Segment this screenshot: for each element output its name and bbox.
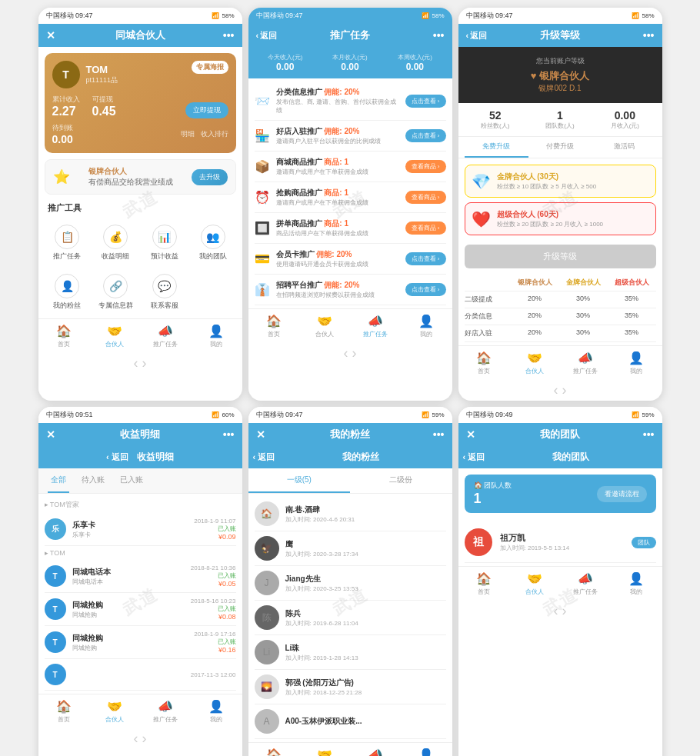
nav-partner-2[interactable]: 🤝 合伙人: [299, 314, 350, 338]
nav-home-1[interactable]: 🏠 首页: [38, 324, 89, 348]
more-icon-1[interactable]: •••: [223, 29, 235, 42]
nav-home-6[interactable]: 🏠 首页: [458, 571, 509, 596]
task-btn-recruit[interactable]: 点击查看 ›: [405, 283, 446, 296]
nav-home-5[interactable]: 🏠 首页: [248, 748, 299, 756]
nav-promo-5[interactable]: 📣 推广任务: [350, 748, 401, 756]
record-avatar-4: T: [45, 631, 66, 653]
fans-item-3: J Jiang先生 加入时间: 2020-3-25 13:53: [255, 566, 446, 601]
fans-avatar-6: 🌄: [255, 674, 279, 699]
more-icon-4[interactable]: •••: [223, 428, 235, 441]
diamond-icon: ❤️: [472, 210, 491, 228]
upgrade-button[interactable]: 去升级: [192, 169, 228, 185]
fans-item-5: Li Li珠 加入时间: 2019-1-28 14:13: [255, 635, 446, 670]
nav-partner-6[interactable]: 🤝 合伙人: [509, 571, 560, 596]
nav-my-4[interactable]: 👤 我的: [191, 699, 242, 724]
back-btn-2[interactable]: ‹ 返回: [256, 30, 278, 42]
team-list: 祖 祖万凯 加入时间: 2019-5-5 13:14 团队: [458, 519, 662, 566]
tab-activation-code[interactable]: 激活码: [592, 137, 656, 158]
status-bar-1: 中国移动 09:47 📶 58%: [38, 8, 242, 24]
tool-task[interactable]: 📋 推广任务: [45, 220, 90, 266]
fans-tabs: 一级(5) 二级份: [248, 468, 452, 494]
nav-partner-4[interactable]: 🤝 合伙人: [89, 699, 140, 724]
task-btn-group[interactable]: 查看商品 ›: [405, 221, 446, 235]
nav-my-6[interactable]: 👤 我的: [611, 571, 662, 596]
nav-my-5[interactable]: 👤 我的: [401, 748, 452, 756]
tab-free-upgrade[interactable]: 免费升级: [465, 137, 528, 158]
income-today: 今天收入(元) 0.00: [255, 53, 316, 72]
compare-row-tier2: 二级提成 20% 30% 35%: [465, 291, 656, 308]
task-btn-mall[interactable]: 查看商品 ›: [405, 160, 446, 173]
back-btn-4[interactable]: ‹ 返回: [106, 452, 128, 461]
more-icon-3[interactable]: •••: [643, 29, 655, 42]
carrier-5: 中国移动 09:47: [256, 410, 303, 420]
status-icons-6: 📶 59%: [632, 411, 654, 418]
fans-item-7: A A00-玉林伊派职业装...: [255, 704, 446, 739]
nav-promo-4[interactable]: 📣 推广任务: [140, 699, 191, 724]
tool-grid: 📋 推广任务 💰 收益明细 📊 预计收益 👥 我的团队 👤 我的粉丝 🔗: [38, 217, 242, 318]
status-icons-3: 📶 58%: [632, 12, 654, 19]
nav-promo-1[interactable]: 📣 推广任务: [140, 324, 191, 348]
team-icon: 👥: [201, 225, 225, 249]
nav-partner-1[interactable]: 🤝 合伙人: [89, 324, 140, 348]
fans-tab-tier2[interactable]: 二级份: [350, 468, 452, 493]
close-icon-6[interactable]: ✕: [466, 428, 475, 441]
nav-promo-3[interactable]: 📣 推广任务: [560, 351, 611, 375]
bottom-nav-2: 🏠 首页 🤝 合伙人 📣 推广任务 👤 我的: [248, 308, 452, 343]
gold-level-card: 💎 金牌合伙人 (30天) 粉丝数 ≥ 10 团队数 ≥ 5 月收入 ≥ 500: [465, 165, 656, 198]
tool-income[interactable]: 💰 收益明细: [93, 220, 138, 266]
scroll-indicator-4: ‹ ›: [38, 728, 242, 749]
status-icons-2: 📶 58%: [422, 12, 444, 19]
nav-my-2[interactable]: 👤 我的: [401, 314, 452, 338]
nav-partner-3[interactable]: 🤝 合伙人: [509, 351, 560, 375]
nav-home-3[interactable]: 🏠 首页: [458, 351, 509, 375]
partner-stats: 累计收入 2.27 可提现 0.45 立即提现: [52, 95, 228, 118]
task-btn-classify[interactable]: 点击查看 ›: [405, 95, 446, 108]
tab-paid[interactable]: 已入账: [117, 468, 146, 493]
page-title-6: 我的团队: [540, 428, 580, 441]
fans-tab-tier1[interactable]: 一级(5): [248, 468, 351, 493]
task-flash: ⏰ 抢购商品推广 商品: 1 邀请商户或用户在下单获佣金成绩 查看商品 ›: [255, 182, 446, 213]
nav-home-4[interactable]: 🏠 首页: [38, 699, 89, 724]
vip-badge[interactable]: 专属海报: [192, 61, 228, 74]
close-icon-4[interactable]: ✕: [46, 428, 55, 441]
tool-team[interactable]: 👥 我的团队: [190, 220, 235, 266]
task-btn-shop[interactable]: 点击查看 ›: [405, 129, 446, 142]
nav-my-3[interactable]: 👤 我的: [611, 351, 662, 375]
compare-table: 银牌合伙人 金牌合伙人 超级合伙人 二级提成 20% 30% 35% 分类信息 …: [458, 271, 662, 345]
more-icon-5[interactable]: •••: [433, 428, 445, 441]
back-btn-5[interactable]: ‹ 返回: [253, 451, 275, 463]
upgrade-big-button[interactable]: 升级等级: [465, 245, 656, 268]
withdraw-button[interactable]: 立即提现: [185, 102, 228, 118]
task-btn-member[interactable]: 点击查看 ›: [405, 252, 446, 265]
tool-fans[interactable]: 👤 我的粉丝: [45, 269, 90, 315]
income-row: 今天收入(元) 0.00 本月收入(元) 0.00 本周收入(元) 0.00: [248, 47, 452, 78]
nav-promo-6[interactable]: 📣 推广任务: [560, 571, 611, 596]
more-icon-6[interactable]: •••: [643, 428, 655, 441]
tab-pending[interactable]: 待入账: [78, 468, 108, 493]
nav-promo-2[interactable]: 📣 推广任务: [350, 314, 401, 338]
nav-home-2[interactable]: 🏠 首页: [248, 314, 299, 338]
status-bar-3: 中国移动 09:47 📶 58%: [458, 8, 662, 24]
monthly-income: 0.00 月收入(元): [594, 109, 655, 130]
nav-my-1[interactable]: 👤 我的: [191, 324, 242, 348]
close-icon-1[interactable]: ✕: [46, 29, 55, 42]
tool-group[interactable]: 🔗 专属信息群: [93, 269, 138, 315]
tool-service[interactable]: 💬 联系客服: [142, 269, 187, 315]
more-icon-2[interactable]: •••: [433, 29, 445, 42]
close-icon-5[interactable]: ✕: [256, 428, 265, 441]
invite-button[interactable]: 看邀请流程: [597, 486, 647, 502]
tool-forecast[interactable]: 📊 预计收益: [142, 220, 187, 266]
partner-card: T TOM pt11111品 专属海报 累计收入 2.27 可提现 0.45 立…: [45, 53, 236, 153]
tab-all[interactable]: 全部: [48, 468, 69, 493]
tab-paid-upgrade[interactable]: 付费升级: [528, 137, 592, 158]
nav-partner-5[interactable]: 🤝 合伙人: [299, 748, 350, 756]
member-card-icon: 💳: [255, 251, 270, 266]
classify-icon: 📨: [255, 94, 270, 108]
task-classify: 📨 分类信息推广 佣能: 20% 发布信息、商, 邀请、首购、首付以获佣金成绩 …: [255, 82, 446, 121]
back-btn-6[interactable]: ‹ 返回: [463, 451, 485, 463]
status-bar-6: 中国移动 09:49 📶 59%: [458, 407, 662, 423]
back-btn-3[interactable]: ‹ 返回: [466, 30, 488, 42]
task-member: 💳 会员卡推广 佣能: 20% 使用邀请码开通会员卡获佣金成绩 点击查看 ›: [255, 244, 446, 275]
status-bar-4: 中国移动 09:51 📶 60%: [38, 407, 242, 423]
task-btn-flash[interactable]: 查看商品 ›: [405, 191, 446, 204]
